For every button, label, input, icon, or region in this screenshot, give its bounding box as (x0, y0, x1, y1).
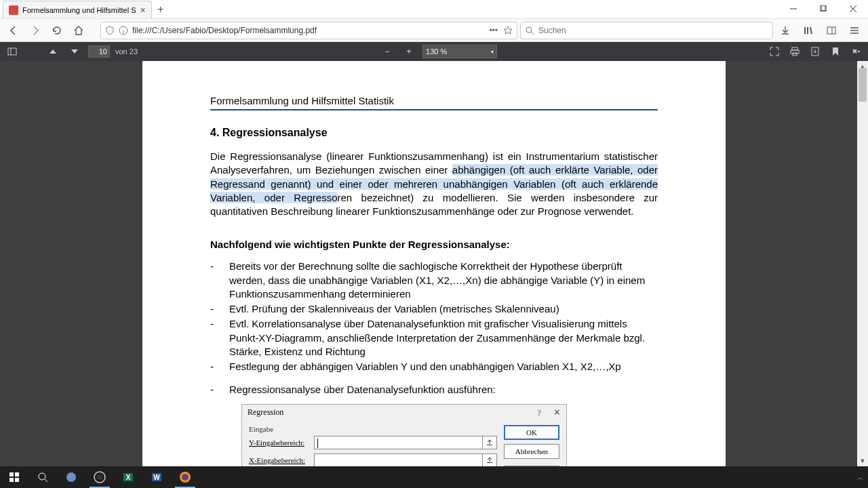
svg-rect-18 (8, 48, 16, 55)
subheading: Nachfolgend wie wichtigsten Punkte der R… (210, 239, 658, 250)
forward-button[interactable] (26, 21, 45, 40)
y-range-label: Y-Eingabebereich: (249, 439, 314, 447)
taskbar-app-word[interactable]: W (142, 466, 171, 488)
pdf-file-icon (9, 5, 18, 15)
print-button[interactable] (787, 43, 803, 60)
svg-rect-29 (15, 478, 19, 482)
close-tab-icon[interactable]: × (140, 5, 146, 16)
new-tab-button[interactable]: + (152, 1, 170, 18)
list-item: Festlegung der abhängigen Variablen Y un… (210, 360, 658, 373)
minimize-button[interactable] (778, 0, 808, 18)
zoom-out-button[interactable]: − (379, 43, 395, 60)
svg-rect-13 (827, 27, 835, 34)
x-range-label: X-Eingabebereich: (249, 456, 314, 464)
browser-tab[interactable]: Formelsammlung und Hilfsmittel S × (3, 1, 152, 18)
svg-text:X: X (126, 474, 131, 481)
svg-rect-27 (15, 472, 19, 476)
browser-navbar: file:///C:/Users/Fabio/Desktop/Formelsam… (0, 19, 868, 42)
sidebar-icon[interactable] (822, 21, 841, 40)
bullet-list: Bereits vor der Berechnung sollte die sa… (210, 260, 658, 396)
taskbar-app-firefox[interactable] (171, 466, 199, 488)
svg-rect-1 (820, 5, 825, 11)
page-total-label: von 23 (115, 47, 138, 56)
list-item: Bereits vor der Berechnung sollte die sa… (210, 260, 658, 301)
page-down-button[interactable] (66, 43, 83, 60)
zoom-in-button[interactable]: + (401, 43, 417, 60)
browser-titlebar: Formelsammlung und Hilfsmittel S × + (0, 0, 868, 19)
y-range-input[interactable] (314, 436, 483, 449)
x-range-picker[interactable] (482, 453, 497, 467)
svg-rect-20 (792, 47, 797, 50)
toggle-sidebar-button[interactable] (4, 43, 20, 60)
home-button[interactable] (69, 21, 88, 40)
page-number-input[interactable] (88, 45, 110, 58)
group-label: Eingabe (249, 425, 497, 433)
cancel-button[interactable]: Abbrechen (504, 444, 559, 459)
ok-button[interactable]: OK (504, 425, 559, 440)
pdf-viewer: Formelsammlung und Hilfsmittel Statistik… (0, 61, 868, 466)
library-icon[interactable] (799, 21, 818, 40)
bookmark-button[interactable] (827, 43, 844, 60)
search-input[interactable] (538, 26, 768, 35)
star-icon[interactable] (503, 26, 513, 35)
svg-point-40 (182, 474, 189, 481)
shield-icon (105, 26, 115, 35)
download-button[interactable] (807, 43, 823, 60)
section-title: 4. Regressionsanalyse (210, 127, 658, 139)
close-window-button[interactable] (838, 0, 868, 18)
regression-dialog: Regression ? ✕ Eingabe Y-Eingabebereich:… (241, 404, 567, 467)
url-text: file:///C:/Users/Fabio/Desktop/Formelsam… (132, 26, 485, 35)
zoom-select[interactable]: 130 %▾ (422, 45, 497, 58)
maximize-button[interactable] (808, 0, 838, 18)
help-icon[interactable]: ? (537, 407, 541, 418)
list-item: Evtl. Prüfung der Skalenniveaus der Vari… (210, 302, 658, 316)
svg-point-8 (526, 27, 532, 33)
fullscreen-button[interactable] (766, 43, 783, 60)
back-button[interactable] (4, 21, 23, 40)
url-bar[interactable]: file:///C:/Users/Fabio/Desktop/Formelsam… (100, 22, 517, 39)
downloads-icon[interactable] (776, 21, 795, 40)
close-icon[interactable]: ✕ (553, 407, 561, 418)
taskbar-app-1[interactable] (57, 466, 85, 488)
start-button[interactable] (0, 466, 28, 488)
svg-rect-2 (821, 5, 827, 11)
svg-line-31 (45, 479, 47, 482)
document-header: Formelsammlung und Hilfsmittel Statistik (210, 95, 658, 110)
scroll-down-icon[interactable]: ▼ (857, 455, 868, 466)
svg-rect-28 (9, 478, 14, 482)
scrollbar[interactable]: ▲ ▼ (857, 61, 868, 466)
list-item: Evtl. Korrelationsanalyse über Datenanal… (210, 317, 658, 359)
pdf-toolbar: von 23 − + 130 %▾ (0, 42, 868, 61)
svg-line-12 (810, 27, 812, 34)
search-icon (525, 26, 534, 35)
taskbar: X W ︿ (0, 466, 868, 488)
y-range-picker[interactable] (482, 436, 497, 449)
list-item: Regressionsanalyse über Datenanalysefunk… (210, 383, 658, 396)
svg-point-34 (97, 474, 102, 480)
svg-rect-25 (487, 462, 492, 463)
taskbar-app-obs[interactable] (85, 466, 114, 488)
svg-line-9 (531, 32, 534, 35)
tools-button[interactable] (848, 43, 864, 60)
taskbar-app-excel[interactable]: X (114, 466, 142, 488)
svg-rect-24 (487, 445, 492, 445)
pdf-page: Formelsammlung und Hilfsmittel Statistik… (142, 61, 726, 466)
svg-text:W: W (153, 474, 160, 481)
svg-rect-26 (9, 472, 14, 476)
search-bar[interactable] (520, 22, 773, 39)
svg-point-30 (39, 473, 45, 480)
tab-title: Formelsammlung und Hilfsmittel S (22, 6, 136, 14)
tray-chevron-icon[interactable]: ︿ (857, 473, 864, 483)
more-icon[interactable]: ••• (489, 26, 498, 35)
svg-point-32 (66, 472, 76, 482)
reload-button[interactable] (47, 21, 66, 40)
info-icon (119, 26, 128, 35)
search-button[interactable] (28, 466, 57, 488)
page-up-button[interactable] (45, 43, 61, 60)
intro-paragraph: Die Regressionsanalyse (linearer Funktio… (210, 150, 658, 218)
menu-icon[interactable] (845, 21, 864, 40)
scroll-thumb[interactable] (859, 68, 867, 102)
window-controls (778, 0, 868, 18)
dialog-titlebar: Regression ? ✕ (242, 405, 566, 421)
x-range-input[interactable] (314, 453, 483, 467)
